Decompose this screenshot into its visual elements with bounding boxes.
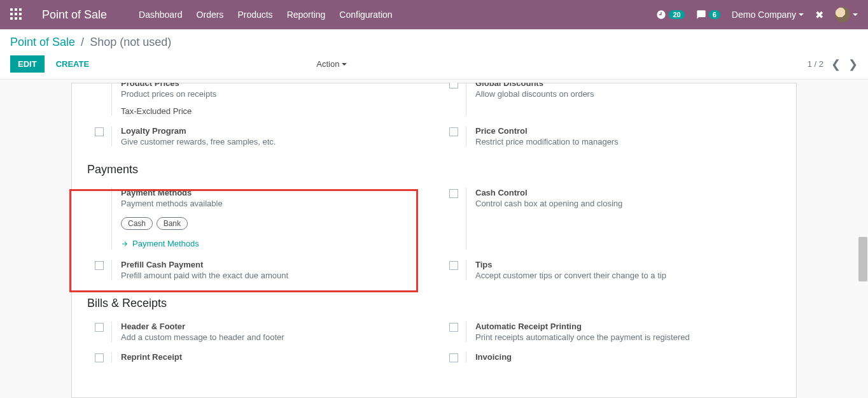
sheet-scroll[interactable]: Pricing Product Prices Product prices on… xyxy=(0,83,868,398)
breadcrumb-leaf: Shop (not used) xyxy=(90,36,171,48)
setting-title: Cash Control xyxy=(475,188,781,197)
apps-icon[interactable] xyxy=(10,8,23,21)
control-bar: EDIT CREATE Action 1 / 2 ❮ ❯ xyxy=(0,52,868,80)
setting-cash-control: Cash Control Control cash box at opening… xyxy=(442,183,781,255)
setting-title: Global Discounts xyxy=(475,83,781,88)
setting-desc: Prefill amount paid with the exact due a… xyxy=(121,271,426,280)
setting-title: Tips xyxy=(475,260,781,269)
link-payment-methods[interactable]: Payment Methods xyxy=(121,239,199,248)
checkbox-loyalty[interactable] xyxy=(95,127,104,136)
setting-title: Product Prices xyxy=(121,83,426,88)
nav-orders[interactable]: Orders xyxy=(197,10,224,20)
setting-desc: Product prices on receipts xyxy=(121,89,426,99)
setting-global-discounts: Global Discounts Allow global discounts … xyxy=(442,83,781,121)
setting-desc: Payment methods available xyxy=(121,199,426,208)
create-button[interactable]: CREATE xyxy=(53,55,92,73)
edit-button[interactable]: EDIT xyxy=(10,55,45,73)
top-navbar: Point of Sale Dashboard Orders Products … xyxy=(0,0,868,29)
company-switcher[interactable]: Demo Company xyxy=(732,10,804,20)
setting-price-control: Price Control Restrict price modificatio… xyxy=(442,121,781,152)
setting-title: Reprint Receipt xyxy=(121,352,426,362)
breadcrumb-root[interactable]: Point of Sale xyxy=(10,36,75,48)
setting-desc: Give customer rewards, free samples, etc… xyxy=(121,137,426,146)
clock-icon xyxy=(656,10,666,20)
tag-cash[interactable]: Cash xyxy=(121,217,153,230)
activity-indicator[interactable]: 20 xyxy=(656,10,684,20)
breadcrumb: Point of Sale / Shop (not used) xyxy=(0,29,868,52)
setting-title: Payment Methods xyxy=(121,188,426,197)
checkbox-auto-receipt[interactable] xyxy=(449,323,458,332)
breadcrumb-separator: / xyxy=(81,36,84,48)
form-sheet: Pricing Product Prices Product prices on… xyxy=(71,83,797,398)
checkbox-tips[interactable] xyxy=(449,261,458,270)
setting-desc: Accept customer tips or convert their ch… xyxy=(475,271,781,280)
setting-title: Automatic Receipt Printing xyxy=(475,322,781,331)
checkbox-price-control[interactable] xyxy=(449,127,458,136)
nav-links: Dashboard Orders Products Reporting Conf… xyxy=(139,10,656,20)
setting-tips: Tips Accept customer tips or convert the… xyxy=(442,255,781,285)
setting-payment-methods: Payment Methods Payment methods availabl… xyxy=(87,183,426,255)
activity-count: 20 xyxy=(669,10,684,19)
checkbox-prefill-cash[interactable] xyxy=(95,261,104,270)
nav-reporting[interactable]: Reporting xyxy=(287,10,326,20)
pager-prev-icon[interactable]: ❮ xyxy=(831,57,841,71)
arrow-right-icon xyxy=(121,240,129,248)
developer-tools-icon[interactable]: ✖ xyxy=(815,9,823,21)
avatar xyxy=(835,7,850,22)
checkbox-header-footer[interactable] xyxy=(95,323,104,332)
setting-loyalty: Loyalty Program Give customer rewards, f… xyxy=(87,121,426,152)
user-menu[interactable] xyxy=(835,7,858,22)
setting-desc: Print receipts automatically once the pa… xyxy=(475,332,781,342)
setting-title: Header & Footer xyxy=(121,322,426,331)
nav-configuration[interactable]: Configuration xyxy=(339,10,392,20)
pager: 1 / 2 ❮ ❯ xyxy=(808,57,858,71)
setting-desc: Restrict price modification to managers xyxy=(475,137,781,146)
discuss-indicator[interactable]: 6 xyxy=(696,10,720,20)
setting-value: Tax-Excluded Price xyxy=(121,106,426,116)
nav-dashboard[interactable]: Dashboard xyxy=(139,10,183,20)
setting-auto-receipt: Automatic Receipt Printing Print receipt… xyxy=(442,316,781,347)
setting-invoicing: Invoicing xyxy=(442,347,781,367)
chat-icon xyxy=(696,10,706,20)
nav-products[interactable]: Products xyxy=(237,10,272,20)
checkbox-reprint[interactable] xyxy=(95,353,104,362)
pager-next-icon[interactable]: ❯ xyxy=(848,57,858,71)
setting-title: Price Control xyxy=(475,126,781,136)
checkbox-invoicing[interactable] xyxy=(449,353,458,362)
setting-reprint-receipt: Reprint Receipt xyxy=(87,347,426,367)
setting-desc: Add a custom message to header and foote… xyxy=(121,332,426,342)
setting-title: Invoicing xyxy=(475,352,781,362)
setting-desc: Allow global discounts on orders xyxy=(475,89,781,99)
scrollbar-thumb[interactable] xyxy=(858,237,867,281)
tag-bank[interactable]: Bank xyxy=(157,217,188,230)
setting-product-prices: Product Prices Product prices on receipt… xyxy=(87,83,426,121)
app-brand[interactable]: Point of Sale xyxy=(42,8,107,22)
setting-desc: Control cash box at opening and closing xyxy=(475,199,781,208)
setting-prefill-cash: Prefill Cash Payment Prefill amount paid… xyxy=(87,255,426,285)
section-title-payments: Payments xyxy=(87,163,781,176)
checkbox-cash-control[interactable] xyxy=(449,189,458,198)
setting-title: Prefill Cash Payment xyxy=(121,260,426,269)
setting-header-footer: Header & Footer Add a custom message to … xyxy=(87,316,426,347)
setting-title: Loyalty Program xyxy=(121,126,426,136)
section-title-bills: Bills & Receipts xyxy=(87,297,781,310)
pager-value: 1 / 2 xyxy=(808,59,823,69)
discuss-count: 6 xyxy=(709,10,720,19)
action-dropdown[interactable]: Action xyxy=(316,59,582,69)
checkbox-global-discounts[interactable] xyxy=(449,83,458,89)
